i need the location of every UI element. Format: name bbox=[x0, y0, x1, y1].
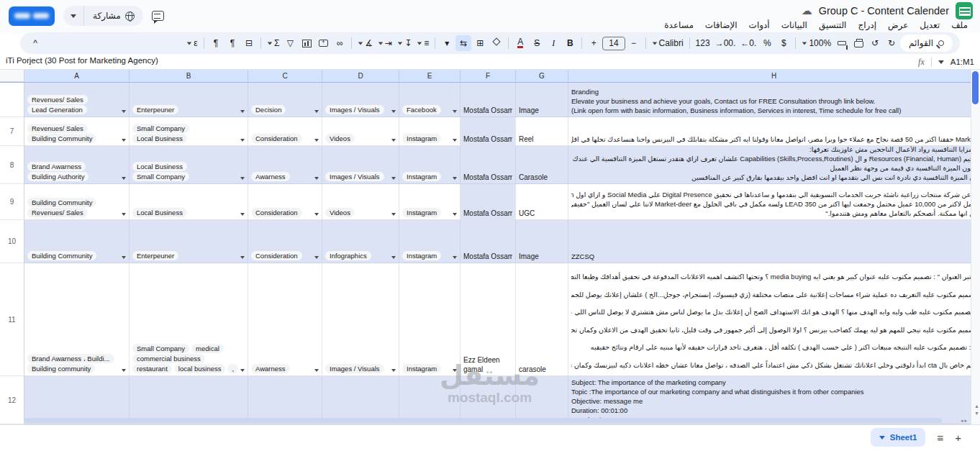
chevron-down-icon[interactable] bbox=[122, 369, 126, 372]
dropdown-chip[interactable]: Instagram bbox=[402, 364, 441, 373]
text-rotation-icon[interactable]: ∡ bbox=[355, 35, 375, 51]
chevron-down-icon[interactable] bbox=[453, 139, 457, 142]
dropdown-chip[interactable]: Images / Visuals bbox=[325, 105, 384, 114]
dropdown-chip[interactable]: Small Company bbox=[132, 172, 189, 181]
insert-link-icon[interactable]: ∞ bbox=[332, 35, 348, 51]
cell[interactable]: Local Business bbox=[130, 184, 248, 220]
dropdown-chip[interactable]: Building Authority bbox=[27, 172, 89, 181]
cell[interactable]: ة عن شركة منتجات زراعية ناشئة جربت الخدم… bbox=[568, 184, 980, 220]
chevron-down-icon[interactable] bbox=[314, 110, 319, 113]
create-filter-icon[interactable]: ▽ bbox=[282, 35, 298, 51]
cell[interactable] bbox=[24, 376, 130, 424]
scroll-arrows[interactable]: ▲▼ bbox=[974, 404, 979, 416]
chevron-down-icon[interactable] bbox=[122, 177, 126, 180]
dropdown-chip[interactable]: Building Community bbox=[27, 251, 96, 260]
dropdown-chip[interactable]: Facebook bbox=[402, 105, 441, 114]
share-dropdown[interactable] bbox=[63, 6, 84, 26]
functions-icon[interactable]: Σ bbox=[265, 35, 281, 51]
dropdown-chip[interactable]: Lead Generation bbox=[27, 105, 87, 114]
cell[interactable]: Instagram bbox=[399, 263, 460, 376]
cell[interactable]: Consideration bbox=[248, 220, 322, 263]
cell[interactable]: Awarness bbox=[248, 263, 322, 376]
horizontal-scroll-arrows[interactable]: ◂▸ bbox=[961, 418, 968, 424]
dropdown-chip[interactable]: Enterpeuner bbox=[132, 251, 178, 260]
cell[interactable]: Ezz Eldeengamal bbox=[460, 263, 516, 376]
chevron-down-icon[interactable] bbox=[391, 177, 396, 180]
cell[interactable]: Instagram bbox=[399, 220, 460, 263]
column-header-C[interactable]: C bbox=[248, 70, 322, 82]
menu-item-8[interactable]: مساعدة bbox=[659, 19, 699, 31]
dropdown-chip[interactable]: Awarness bbox=[251, 172, 290, 181]
cell[interactable]: Instagram bbox=[399, 117, 460, 146]
chevron-down-icon[interactable] bbox=[453, 177, 457, 180]
dropdown-chip[interactable]: local business bbox=[174, 364, 226, 373]
cell[interactable]: Carasole bbox=[516, 146, 568, 184]
chevron-down-icon[interactable] bbox=[391, 256, 396, 259]
chevron-down-icon[interactable] bbox=[240, 177, 245, 180]
menu-item-6[interactable]: أدوات bbox=[744, 19, 775, 31]
cell[interactable] bbox=[322, 376, 399, 424]
dropdown-chip[interactable]: Awarness bbox=[251, 364, 290, 373]
cell[interactable]: ZZCSQ bbox=[568, 220, 980, 263]
insert-chart-icon[interactable] bbox=[299, 35, 314, 51]
text-wrap-icon[interactable]: ⇥ bbox=[376, 35, 394, 51]
cell[interactable]: Awarness bbox=[248, 146, 322, 184]
chevron-down-icon[interactable] bbox=[240, 256, 245, 259]
cell[interactable]: Decision bbox=[248, 83, 322, 117]
cell[interactable]: Images / Visuals bbox=[322, 263, 399, 376]
cell[interactable]: Videos bbox=[322, 117, 399, 146]
menu-item-0[interactable]: ملف bbox=[946, 19, 973, 31]
row-header[interactable]: 12 bbox=[0, 376, 24, 424]
menu-item-3[interactable]: إدراج bbox=[853, 19, 881, 31]
cell[interactable]: Reel bbox=[516, 117, 568, 146]
dropdown-chip[interactable]: Images / Visuals bbox=[325, 364, 384, 373]
menu-item-2[interactable]: عرض bbox=[883, 19, 913, 31]
dropdown-chip[interactable]: Revenues/ Sales bbox=[27, 208, 88, 217]
menus-search-input[interactable]: القوائم bbox=[900, 35, 953, 52]
chevron-down-icon[interactable] bbox=[314, 139, 319, 142]
cell[interactable]: المزايا التنافسية رواد الأعمال الناجحين … bbox=[568, 146, 980, 184]
paint-format-icon[interactable] bbox=[834, 35, 850, 51]
dropdown-chip[interactable]: Revenues/ Sales bbox=[27, 124, 88, 133]
row-header[interactable]: 11 bbox=[0, 263, 24, 376]
menu-item-5[interactable]: البيانات bbox=[776, 19, 812, 31]
dropdown-chip[interactable]: Local Business bbox=[132, 208, 187, 217]
direction-caret-icon[interactable]: ▾ bbox=[439, 35, 455, 51]
dropdown-chip[interactable]: medical bbox=[191, 344, 224, 353]
chevron-down-icon[interactable] bbox=[453, 213, 457, 216]
column-header-G[interactable]: G bbox=[516, 70, 568, 82]
strikethrough-icon[interactable]: S bbox=[529, 35, 545, 51]
dropdown-chip[interactable]: Consideration bbox=[251, 251, 302, 260]
add-sheet-icon[interactable]: + bbox=[955, 432, 961, 443]
dropdown-chip[interactable]: Instagram bbox=[402, 251, 441, 260]
percent-format-icon[interactable]: % bbox=[759, 35, 775, 51]
formula-content[interactable]: iTi Porject (30 Post for Marketing Agenc… bbox=[6, 56, 158, 65]
redo-icon[interactable]: ↻ bbox=[884, 35, 899, 51]
select-all-corner[interactable] bbox=[0, 70, 24, 82]
vertical-scrollbar-thumb[interactable] bbox=[972, 71, 979, 104]
cell[interactable] bbox=[399, 376, 460, 424]
dropdown-chip[interactable]: Consideration bbox=[251, 134, 302, 143]
decrease-font-size-icon[interactable]: − bbox=[626, 35, 642, 51]
cell[interactable]: Videos bbox=[322, 184, 399, 220]
cell[interactable]: Brand Awarness ، Buildi...Building commu… bbox=[24, 263, 130, 376]
cell[interactable]: Facebook bbox=[399, 83, 460, 117]
share-button[interactable]: مشاركة bbox=[84, 6, 143, 26]
decrease-decimals-icon[interactable]: .0← bbox=[738, 35, 758, 51]
chevron-down-icon[interactable] bbox=[314, 213, 319, 216]
dropdown-chip[interactable]: Enterpeuner bbox=[132, 105, 178, 114]
chevron-down-icon[interactable] bbox=[314, 256, 319, 259]
cell[interactable] bbox=[516, 376, 568, 424]
cell[interactable]: Local BusinessSmall Company bbox=[130, 146, 248, 184]
cell[interactable]: Instagram bbox=[399, 184, 460, 220]
dropdown-chip[interactable]: Instagram bbox=[402, 172, 441, 181]
font-family-select[interactable]: Calibri bbox=[650, 35, 686, 51]
column-header-A[interactable]: A bbox=[24, 70, 130, 82]
cell[interactable]: Building CommunityRevenues/ Sales bbox=[24, 184, 130, 220]
chevron-down-icon[interactable] bbox=[122, 139, 126, 142]
chevron-down-icon[interactable] bbox=[122, 213, 126, 216]
chevron-down-icon[interactable] bbox=[314, 369, 319, 372]
italic-icon[interactable]: I bbox=[545, 35, 561, 51]
chevron-down-icon[interactable] bbox=[453, 110, 457, 113]
chevron-down-icon[interactable] bbox=[453, 369, 457, 372]
